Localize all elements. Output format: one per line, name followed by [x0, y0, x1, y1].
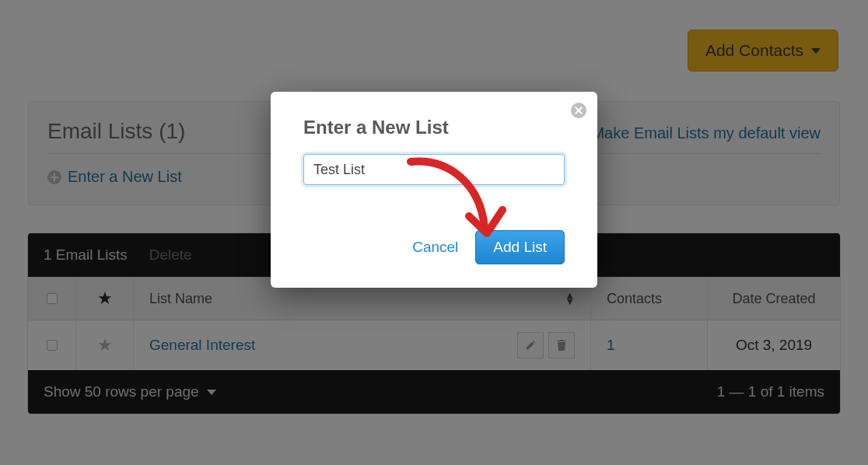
new-list-modal: Enter a New List Cancel Add List — [271, 92, 597, 288]
modal-overlay: Enter a New List Cancel Add List — [0, 0, 868, 465]
modal-title: Enter a New List — [303, 117, 565, 138]
modal-close-button[interactable] — [571, 103, 586, 118]
cancel-button[interactable]: Cancel — [412, 239, 458, 256]
list-name-input[interactable] — [303, 154, 565, 185]
add-list-button[interactable]: Add List — [475, 230, 565, 264]
add-list-label: Add List — [493, 239, 547, 255]
